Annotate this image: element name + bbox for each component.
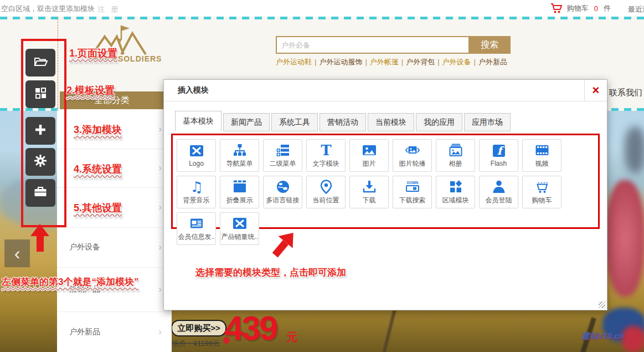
chevron-right-icon: › (158, 202, 162, 213)
module-item[interactable]: 视频 (522, 139, 561, 172)
hiker-backpack-pink (605, 180, 644, 297)
search-button[interactable]: 搜索 (468, 36, 511, 54)
category-row[interactable]: 热销产品› (57, 267, 172, 312)
tab-current-modules[interactable]: 当前模块 (368, 113, 414, 131)
module-item[interactable]: 折叠展示 (220, 176, 259, 208)
module-item[interactable]: 图片 (349, 139, 389, 172)
module-label: 导航菜单 (226, 159, 253, 169)
module-item[interactable]: 导航菜单 (220, 139, 259, 172)
guide-line-top (0, 17, 644, 19)
module-label: 下载 (363, 196, 376, 205)
module-item[interactable]: 产品销量统.. (220, 212, 259, 245)
hot-link[interactable]: 户外帐篷 (370, 58, 399, 66)
link-separator: | (315, 58, 316, 66)
region-blocks-icon (449, 180, 463, 194)
carousel-icon (405, 143, 420, 157)
logo-box-icon (189, 144, 204, 158)
tab-marketing[interactable]: 营销活动 (320, 113, 366, 131)
contact-us-link[interactable]: 联系我们 (609, 88, 642, 98)
tab-basic-modules[interactable]: 基本模块 (175, 111, 221, 131)
tab-news-products[interactable]: 新闻产品 (223, 113, 270, 131)
dialog-titlebar[interactable]: 插入模块 × (164, 80, 607, 101)
category-panel: › › › 户外设备› 热销产品› 户外新品› (57, 109, 172, 352)
download-search-icon: DOWN (405, 180, 420, 194)
annotation-step3: 3.添加模块 (74, 123, 122, 136)
download-icon (362, 180, 377, 194)
svg-text:T: T (321, 143, 332, 157)
link-separator: | (401, 58, 403, 66)
module-item[interactable]: f Flash (479, 139, 518, 172)
module-item[interactable]: T 文字模块 (306, 139, 346, 172)
sidebar-highlight-box (21, 39, 66, 227)
close-button[interactable]: × (585, 80, 607, 101)
hot-link[interactable]: 户外背包 (406, 58, 435, 66)
module-item[interactable]: DOWN 下载搜索 (393, 176, 432, 208)
tab-my-apps[interactable]: 我的应用 (416, 113, 462, 131)
recent-link[interactable]: 最近浏览 (628, 4, 644, 14)
album-icon (449, 143, 463, 157)
cart-label: 购物车 (567, 3, 589, 13)
up-arrow-annotation (30, 224, 49, 252)
search-bar: 搜索 (276, 36, 511, 54)
module-label: 相册 (449, 159, 462, 169)
module-item[interactable]: 下载 (349, 176, 389, 208)
annotation-sidebar-tip: 左侧菜单的第3个就是“添加模块” (2, 276, 138, 288)
module-label: 多语言链接 (266, 196, 300, 205)
chevron-right-icon: › (158, 284, 162, 295)
fold-panel-icon (233, 180, 247, 194)
module-label: 区域模块 (442, 196, 469, 205)
module-item[interactable]: 会员登陆 (479, 176, 518, 208)
module-item[interactable]: 二级菜单 (263, 139, 302, 172)
page: 注 册 空白区域，双击这里添加模块 购物车 0 件 最近浏览 FREE★SOLD… (0, 0, 644, 352)
hot-link[interactable]: 户外运动服饰 (319, 58, 362, 66)
music-icon: ♫ (189, 180, 204, 194)
chevron-right-icon: › (158, 124, 162, 135)
module-item[interactable]: 会员信息发.. (177, 212, 216, 245)
module-item[interactable]: 当前位置 (306, 176, 346, 208)
cart-count: 0 (593, 4, 599, 13)
module-item[interactable]: 图片轮播 (393, 139, 432, 172)
annotation-step1: 1.页面设置 (69, 47, 117, 60)
module-item[interactable]: 相册 (436, 139, 475, 172)
video-icon (535, 143, 549, 157)
badge-dot (223, 337, 230, 344)
category-row[interactable]: 户外设备› (57, 227, 172, 268)
watermark: 建站v10.cn (581, 331, 624, 341)
search-input[interactable] (276, 36, 468, 54)
tab-app-market[interactable]: 应用市场 (464, 113, 511, 131)
hot-link[interactable]: 户外新品 (478, 58, 507, 66)
annotation-step5: 5.其他设置 (74, 201, 122, 215)
module-item[interactable]: ♫ 背景音乐 (177, 176, 216, 208)
hot-link[interactable]: 户外设备 (442, 58, 471, 66)
module-label: 会员信息发.. (178, 232, 215, 242)
module-item[interactable]: 购物车 (522, 176, 561, 208)
chevron-right-icon: › (158, 327, 162, 338)
category-label: 户外新品 (69, 327, 100, 337)
register-link[interactable]: 注 册 (97, 4, 121, 14)
category-row[interactable]: 户外新品› (57, 312, 172, 352)
chevron-right-icon: › (158, 162, 162, 174)
text-icon: T (319, 143, 333, 157)
buy-now-button[interactable]: 立即购买>> (171, 320, 226, 336)
annotation-step2: 2.模板设置 (66, 84, 115, 97)
trekking-pole (382, 309, 396, 352)
link-separator: | (474, 58, 476, 66)
svg-text:♫: ♫ (190, 180, 203, 194)
module-item[interactable]: Logo (177, 139, 216, 172)
dialog-title: 插入模块 (178, 85, 209, 95)
tab-system-tools[interactable]: 系统工具 (271, 113, 318, 131)
dialog-resize-handle[interactable] (599, 302, 605, 308)
stats-box-icon (233, 216, 247, 231)
cart-icon (550, 3, 563, 14)
module-label: 会员登陆 (486, 196, 512, 205)
module-label: 下载搜索 (399, 196, 426, 205)
arrow-shaft (37, 236, 44, 252)
globe-icon (276, 180, 290, 194)
member-icon (492, 180, 506, 194)
carousel-prev-button[interactable]: ‹ (4, 239, 30, 267)
module-item[interactable]: 区域模块 (436, 176, 475, 208)
module-item[interactable]: 多语言链接 (263, 176, 302, 208)
topbar-cart[interactable]: 购物车 0 件 (550, 3, 611, 14)
module-grid-highlight: Logo 导航菜单 二级菜单 T 文字模块 图片 图片轮播 (171, 134, 600, 229)
hot-link[interactable]: 户外运动鞋 (276, 58, 312, 66)
